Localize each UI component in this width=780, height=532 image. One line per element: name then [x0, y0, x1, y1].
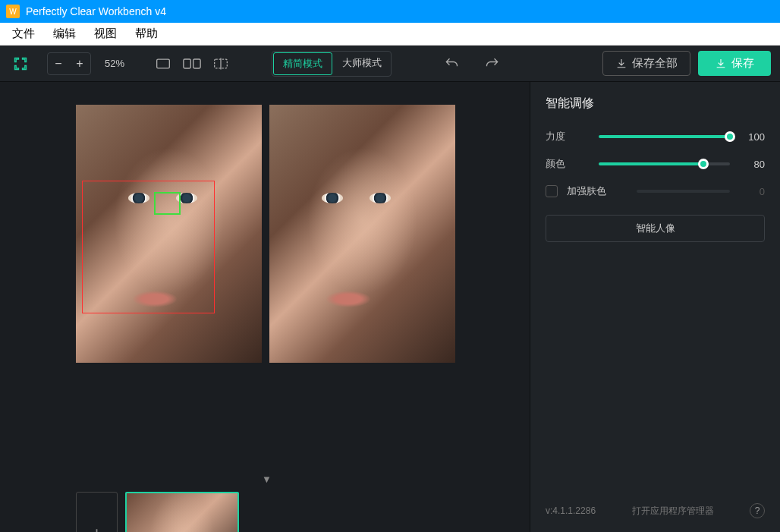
save-all-button[interactable]: 保存全部 [602, 51, 690, 76]
download-icon [715, 58, 727, 70]
mode-toggle: 精简模式 大师模式 [272, 51, 392, 77]
face-detection-box [82, 181, 215, 313]
menu-help[interactable]: 帮助 [126, 24, 167, 44]
help-icon[interactable]: ? [750, 503, 765, 518]
mode-simple-button[interactable]: 精简模式 [273, 52, 332, 75]
titlebar: W Perfectly Clear Workbench v4 [0, 0, 780, 23]
crop-icon[interactable] [9, 52, 32, 75]
color-value: 80 [741, 159, 765, 170]
strength-slider[interactable] [599, 135, 730, 138]
color-slider-thumb[interactable] [698, 159, 709, 169]
compare-view-icon[interactable] [209, 52, 232, 75]
split-view-icon[interactable] [181, 52, 203, 75]
toolbar: − + 52% 精简模式 大师模式 保存全部 保存 [0, 46, 780, 82]
zoom-in-button[interactable]: + [69, 53, 90, 74]
enhance-skin-checkbox[interactable] [546, 185, 558, 197]
save-label: 保存 [731, 56, 754, 71]
panel-title: 智能调修 [546, 96, 765, 112]
save-all-label: 保存全部 [632, 56, 678, 71]
single-view-icon[interactable] [152, 52, 175, 75]
collapse-filmstrip-icon[interactable]: ▼ [262, 474, 272, 485]
image-before[interactable] [76, 105, 262, 363]
app-logo-icon: W [6, 5, 20, 18]
side-panel: 智能调修 力度 100 颜色 80 加强肤色 0 智能人像 [530, 82, 780, 532]
redo-icon[interactable] [481, 52, 504, 75]
download-icon [615, 58, 627, 70]
svg-rect-1 [184, 59, 190, 68]
version-label: v:4.1.1.2286 [546, 505, 596, 516]
strength-label: 力度 [546, 130, 599, 143]
menu-edit[interactable]: 编辑 [44, 24, 85, 44]
color-label: 颜色 [546, 157, 599, 171]
window-title: Perfectly Clear Workbench v4 [26, 5, 166, 17]
color-slider-row: 颜色 80 [546, 157, 765, 171]
enhance-skin-label: 加强肤色 [567, 184, 606, 198]
strength-slider-row: 力度 100 [546, 130, 765, 143]
zoom-level: 52% [97, 58, 132, 69]
save-button[interactable]: 保存 [698, 51, 771, 76]
strength-value: 100 [741, 131, 765, 143]
strength-slider-thumb[interactable] [725, 131, 735, 142]
eye-detection-box [154, 192, 181, 215]
enhance-skin-value: 0 [741, 186, 765, 197]
color-slider[interactable] [599, 162, 730, 165]
menubar: 文件 编辑 视图 帮助 [0, 23, 780, 46]
enhance-skin-row: 加强肤色 0 [546, 184, 765, 198]
add-image-button[interactable]: + [76, 492, 118, 532]
zoom-control: − + [47, 52, 91, 75]
open-app-manager-link[interactable]: 打开应用程序管理器 [632, 505, 714, 518]
undo-icon[interactable] [440, 52, 463, 75]
thumbnail-selected[interactable] [125, 492, 239, 532]
menu-view[interactable]: 视图 [85, 24, 126, 44]
filmstrip: + [76, 492, 239, 532]
svg-rect-2 [193, 59, 200, 68]
image-after[interactable] [269, 105, 455, 363]
svg-rect-0 [157, 59, 170, 68]
canvas-area: ▼ + 人物效果.jpg ⌄ ‹ › 1的1 [0, 82, 530, 532]
zoom-out-button[interactable]: − [48, 53, 69, 74]
menu-file[interactable]: 文件 [3, 24, 44, 44]
mode-master-button[interactable]: 大师模式 [333, 52, 391, 76]
ai-portrait-button[interactable]: 智能人像 [546, 215, 765, 242]
enhance-skin-slider [637, 190, 730, 193]
